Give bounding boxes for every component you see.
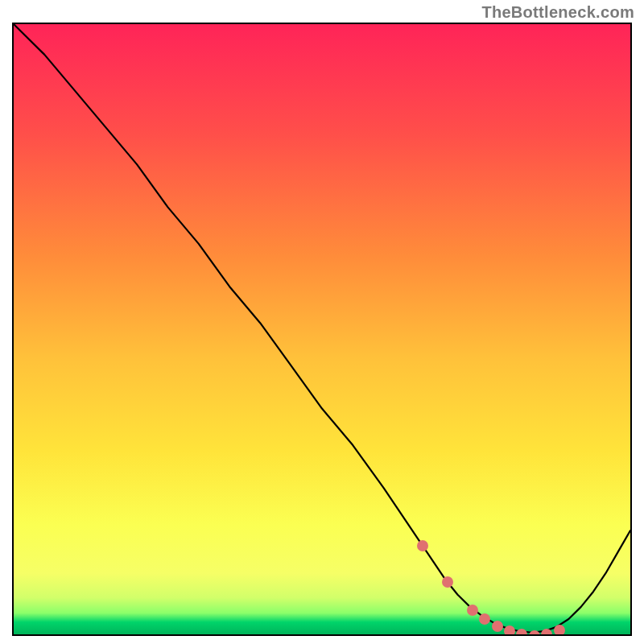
watermark-text: TheBottleneck.com xyxy=(481,3,634,22)
marker-layer xyxy=(14,24,630,634)
data-marker xyxy=(516,629,527,636)
data-marker xyxy=(492,621,503,632)
data-marker xyxy=(417,540,428,551)
plot-area xyxy=(12,23,632,636)
data-marker xyxy=(442,576,453,588)
data-marker xyxy=(467,605,478,616)
chart-frame: TheBottleneck.com xyxy=(0,0,644,644)
data-marker xyxy=(504,625,515,636)
data-marker xyxy=(541,629,552,636)
data-marker xyxy=(479,613,490,625)
data-marker xyxy=(554,625,565,636)
data-marker xyxy=(529,630,540,636)
